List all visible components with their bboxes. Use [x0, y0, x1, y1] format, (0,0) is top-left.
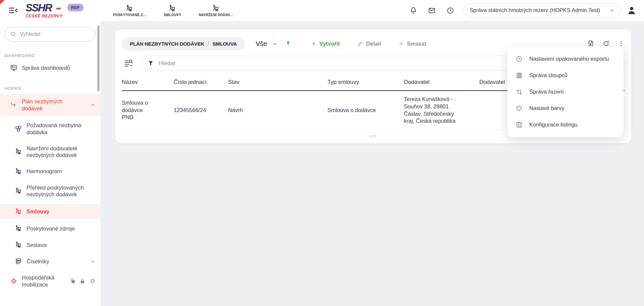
- dashboard-icon: [10, 64, 17, 71]
- breadcrumb-parent[interactable]: PLÁN NEZBYTNÝCH DODÁVEK: [130, 41, 204, 47]
- close-icon: [398, 41, 404, 46]
- breadcrumb-separator: /: [208, 41, 209, 47]
- sidebar-item-tools: [69, 277, 96, 285]
- supplier-icon: [15, 208, 22, 215]
- context-role-value: Správa státních hmotných rezerv (HOPKS.A…: [470, 7, 600, 13]
- sidebar-collapse-button[interactable]: [7, 4, 19, 17]
- menu-collapse-icon: [8, 5, 18, 15]
- tab-label: POSKYTOVANÉ Z...: [113, 13, 146, 17]
- sidebar-item-prehled-poskytovanych[interactable]: Přehled poskytovaných nezbytných dodávek: [0, 181, 101, 201]
- menu-item-nastaveni-exportu[interactable]: Nastavení opakovaného exportu: [507, 51, 624, 67]
- supplier-icon: [212, 4, 220, 12]
- sidebar-item-sprava-dashboardu[interactable]: Správa dashboardů: [0, 61, 101, 74]
- breadcrumb[interactable]: PLÁN NEZBYTNÝCH DODÁVEK / SMLOUVA: [122, 37, 245, 50]
- notifications-button[interactable]: [409, 6, 418, 15]
- delete-button[interactable]: Smazat: [398, 41, 426, 47]
- menu-item-nastavit-barvy[interactable]: Nastavit barvy: [507, 100, 624, 116]
- advanced-search-icon: [124, 59, 134, 68]
- detail-button[interactable]: Detail: [357, 41, 381, 47]
- clock-icon: [446, 6, 454, 15]
- sidebar-item-hospodarska-mobilizace[interactable]: Hospodářská mobilizace: [0, 271, 101, 291]
- column-header-typ-smlouvy[interactable]: Typ smlouvy: [327, 79, 404, 86]
- sidebar-item-label: Přehled poskytovaných nezbytných dodávek: [26, 184, 84, 198]
- sidebar-item-label: Požadovaná nezbytná dodávka: [26, 122, 84, 136]
- header-actions: Správa státních hmotných rezerv (HOPKS.A…: [399, 3, 637, 17]
- delete-label: Smazat: [407, 41, 426, 47]
- column-header-nazev[interactable]: Název: [122, 79, 174, 86]
- clock-icon: [516, 55, 523, 63]
- chevron-down-icon: [272, 41, 278, 47]
- supplier-icon: [15, 148, 22, 155]
- app-root: SSHR ČESKÉ REZERVY REF POSKYTOVANÉ Z... …: [0, 0, 644, 306]
- menu-item-label: Nastavení opakovaného exportu: [529, 56, 609, 62]
- plus-icon: [311, 41, 317, 47]
- column-header-dodavatel[interactable]: Dodavatel: [404, 79, 479, 86]
- tab-navrzeni-dodavatele[interactable]: NAVRŽENÍ DODAV...: [199, 4, 233, 17]
- view-filter-select[interactable]: Vše: [256, 40, 278, 48]
- copy-icon[interactable]: [69, 278, 76, 285]
- cell-nazev: Smlouva o dodávce PND: [122, 95, 174, 126]
- pushpin-icon: [285, 40, 291, 47]
- breadcrumb-current: SMLOUVA: [213, 41, 237, 47]
- sidebar-item-harmonogram[interactable]: Harmonogram: [0, 165, 101, 178]
- sidebar-item-plan-nezbytnych-dodavek[interactable]: Plán nezbytných dodávek: [0, 94, 101, 116]
- tab-poskytovane-zdroje[interactable]: POSKYTOVANÉ Z...: [113, 4, 146, 17]
- avatar-icon: [627, 5, 637, 15]
- column-header-cislo-jednaci[interactable]: Číslo jednací: [174, 79, 228, 86]
- cell-cislo-jednaci: 12345566/24: [174, 102, 228, 119]
- logo-red-dash: [56, 8, 61, 9]
- cell-dodavatel: Tereza Kunášková - Souňov 38, 28601 Čásl…: [404, 91, 479, 130]
- sidebar-item-pozadovana-nezbytna-dodavka[interactable]: Požadovaná nezbytná dodávka: [0, 119, 101, 139]
- chevron-down-icon: [90, 258, 96, 264]
- supplier-icon: [125, 4, 133, 12]
- top-header: SSHR ČESKÉ REZERVY REF POSKYTOVANÉ Z... …: [0, 0, 644, 21]
- palette-icon: [516, 105, 523, 112]
- ref-badge: REF: [67, 4, 84, 11]
- menu-item-label: Správa sloupců: [529, 72, 568, 79]
- sidebar-item-label: Poskytované zdroje: [26, 225, 84, 232]
- view-filter-value: Vše: [256, 40, 267, 48]
- kebab-context-menu: Nastavení opakovaného exportu Správa slo…: [507, 46, 624, 137]
- sidebar-item-poskytovane-zdroje[interactable]: Poskytované zdroje: [0, 222, 101, 235]
- context-role-select[interactable]: Správa státních hmotných rezerv (HOPKS.A…: [463, 3, 621, 17]
- sidebar-scrollbar[interactable]: [97, 26, 100, 91]
- unlock-icon[interactable]: [79, 278, 86, 285]
- sidebar-search-input[interactable]: [20, 31, 90, 37]
- cell-stav: Návrh: [228, 102, 327, 119]
- menu-item-sprava-sloupcu[interactable]: Správa sloupců: [507, 67, 624, 84]
- messages-button[interactable]: [428, 6, 436, 15]
- funnel-icon: [148, 60, 154, 66]
- sidebar-item-navrzeni-dodavatele[interactable]: Navržení dodavatelé nezbytných dodávek: [0, 142, 101, 162]
- history-button[interactable]: [446, 6, 454, 15]
- puzzle-icon: [15, 125, 22, 133]
- sidebar-item-sestava[interactable]: Sestava: [0, 238, 101, 252]
- database-icon: [15, 258, 22, 265]
- sidebar-search[interactable]: [5, 27, 95, 42]
- menu-item-sprava-razeni[interactable]: Správa řazení: [507, 84, 624, 100]
- sidebar: DASHBOARD Správa dashboardů HOPKS Plán n…: [0, 21, 101, 306]
- create-button[interactable]: Vytvořit: [311, 41, 340, 47]
- sidebar-item-label: Správa dashboardů: [22, 64, 81, 71]
- menu-item-konfigurace-listingu[interactable]: Konfigurace listingu: [507, 116, 624, 133]
- sidebar-item-label: Navržení dodavatelé nezbytných dodávek: [26, 145, 84, 159]
- mail-icon: [428, 6, 436, 15]
- sidebar-item-ciselniky[interactable]: Číselníky: [0, 255, 101, 268]
- menu-item-label: Nastavit barvy: [529, 105, 565, 111]
- supplier-icon: [15, 187, 22, 195]
- corner-marker: [0, 0, 5, 5]
- tab-smlouvy[interactable]: SMLOUVY: [164, 4, 181, 17]
- tab-label: NAVRŽENÍ DODAV...: [199, 13, 233, 17]
- advanced-search-button[interactable]: [124, 59, 134, 68]
- column-header-stav[interactable]: Stav: [228, 79, 327, 86]
- cell-typ-smlouvy: Smlouva o dodávce: [327, 102, 404, 119]
- kebab-menu-button[interactable]: [618, 40, 625, 47]
- sidebar-item-label: Plán nezbytných dodávek: [22, 98, 81, 112]
- sidebar-item-label: Harmonogram: [26, 168, 84, 175]
- menu-item-label: Správa řazení: [529, 89, 564, 95]
- menu-item-label: Konfigurace listingu: [529, 121, 578, 128]
- user-avatar[interactable]: [627, 5, 637, 15]
- gear-icon[interactable]: [89, 277, 96, 285]
- pin-view-button[interactable]: [285, 40, 291, 47]
- sidebar-item-smlouvy[interactable]: Smlouvy: [0, 204, 101, 219]
- search-icon: [10, 31, 16, 38]
